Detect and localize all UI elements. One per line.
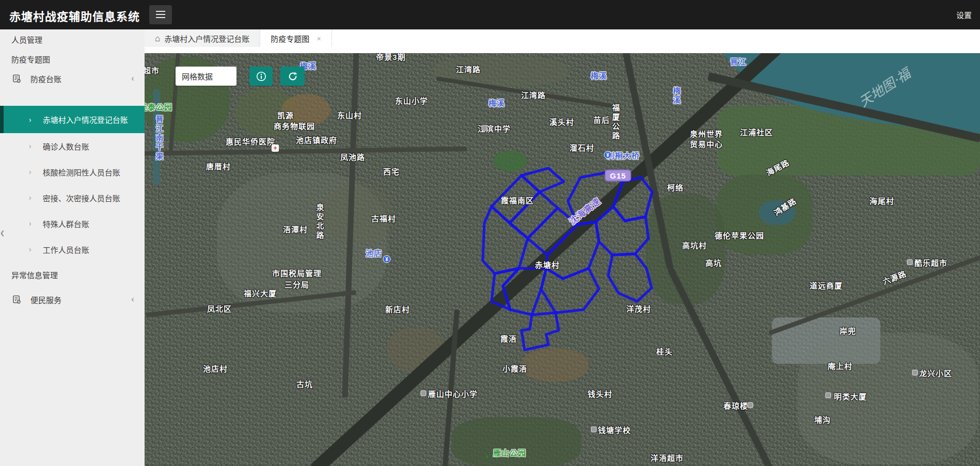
- grid-polygon[interactable]: [596, 206, 649, 255]
- sidebar-item[interactable]: 人员管理: [0, 29, 145, 49]
- app-title: 赤塘村战疫辅助信息系统: [9, 7, 140, 24]
- grid-info-button[interactable]: [249, 67, 273, 86]
- grid-data-search-input[interactable]: [176, 67, 236, 86]
- sidebar-subitem-label: 赤塘村入户情况登记台账: [43, 114, 128, 125]
- sidebar-subitem[interactable]: ›特殊人群台账: [0, 211, 145, 236]
- sidebar-group-label: 便民服务: [30, 294, 61, 305]
- sidebar-item[interactable]: 异常信息管理: [0, 262, 145, 287]
- ledger-icon: [12, 295, 21, 304]
- sidebar-group[interactable]: 防疫台账‹: [0, 69, 145, 88]
- refresh-button[interactable]: [280, 67, 305, 86]
- ledger-icon: [12, 74, 21, 83]
- sidebar-subitem[interactable]: ›密接、次密接人员台账: [0, 185, 145, 211]
- grid-polygon[interactable]: [521, 313, 559, 350]
- sidebar-item[interactable]: 防疫专题图: [0, 49, 145, 69]
- sidebar-subitem-label: 密接、次密接人员台账: [43, 192, 120, 203]
- grid-polygon[interactable]: [541, 268, 599, 313]
- sidebar-subitem-label: 确诊人数台账: [43, 141, 89, 152]
- info-icon: [256, 71, 267, 82]
- home-icon: ⌂: [155, 34, 160, 43]
- settings-button[interactable]: 设置: [956, 9, 972, 20]
- grid-polygons-overlay: [145, 53, 980, 466]
- refresh-icon: [287, 71, 298, 82]
- chevron-left-icon: ‹: [131, 294, 134, 304]
- grid-polygon[interactable]: [492, 268, 519, 310]
- app-header: 赤塘村战疫辅助信息系统 设置: [0, 0, 980, 29]
- sidebar-subitem[interactable]: ›工作人员台账: [0, 236, 145, 262]
- chevron-left-icon: ‹: [131, 73, 134, 84]
- sidebar-group-label: 防疫台账: [30, 73, 61, 84]
- sidebar-subitem-label: 工作人员台账: [43, 244, 89, 255]
- sidebar-group[interactable]: 便民服务‹: [0, 287, 145, 312]
- sidebar-subitem[interactable]: ›确诊人数台账: [0, 133, 145, 159]
- chevron-right-icon: ›: [29, 219, 31, 228]
- grid-polygon[interactable]: [546, 222, 599, 279]
- sidebar-collapse-handle[interactable]: ❮: [0, 227, 5, 238]
- menu-list-icon: [156, 11, 165, 19]
- app-root: 赤塘村战疫辅助信息系统 设置 人员管理防疫专题图防疫台账‹›赤塘村入户情况登记台…: [0, 0, 980, 466]
- chevron-right-icon: ›: [29, 142, 31, 150]
- map-canvas[interactable]: 超市美泰公园晋江南干渠梅溪帝景3期江湾路梅溪江湾路梅溪东山小学东山村凯源商务物联…: [145, 53, 980, 466]
- tab-active[interactable]: 防疫专题图×: [260, 29, 332, 47]
- sidebar-subitem[interactable]: ›核酸检测阳性人员台账: [0, 159, 145, 185]
- close-icon[interactable]: ×: [317, 34, 321, 43]
- sidebar-nav: 人员管理防疫专题图防疫台账‹›赤塘村入户情况登记台账›确诊人数台账›核酸检测阳性…: [0, 29, 145, 466]
- sidebar-subitem-label: 特殊人群台账: [43, 218, 89, 229]
- chevron-right-icon: ›: [29, 194, 31, 202]
- tab-inactive[interactable]: ⌂赤塘村入户情况登记台账: [145, 29, 260, 47]
- grid-polygon[interactable]: [483, 206, 528, 274]
- tab-label: 防疫专题图: [271, 33, 309, 44]
- chevron-right-icon: ›: [29, 116, 31, 124]
- highway-g15-badge: G15: [605, 170, 631, 182]
- chevron-right-icon: ›: [29, 168, 31, 176]
- chevron-right-icon: ›: [29, 245, 31, 253]
- grid-polygon[interactable]: [521, 168, 564, 192]
- tab-bar: ⌂赤塘村入户情况登记台账防疫专题图×: [145, 29, 980, 53]
- spacer: [0, 88, 145, 106]
- grid-polygon[interactable]: [608, 254, 652, 301]
- sidebar-subitem-selected[interactable]: ›赤塘村入户情况登记台账: [0, 106, 145, 133]
- sidebar-toggle-button[interactable]: [149, 5, 172, 24]
- tab-label: 赤塘村入户情况登记台账: [164, 33, 249, 44]
- sidebar-subitem-label: 核酸检测阳性人员台账: [43, 167, 120, 178]
